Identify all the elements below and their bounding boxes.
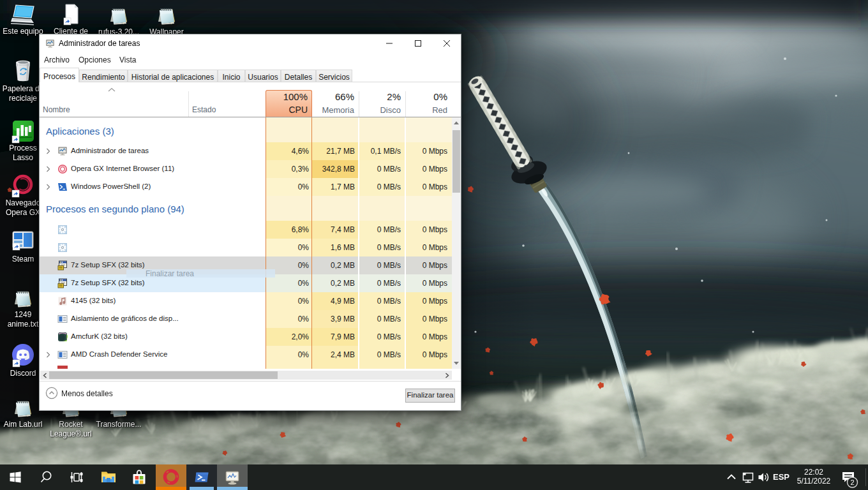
svg-text:2: 2 — [850, 479, 854, 486]
